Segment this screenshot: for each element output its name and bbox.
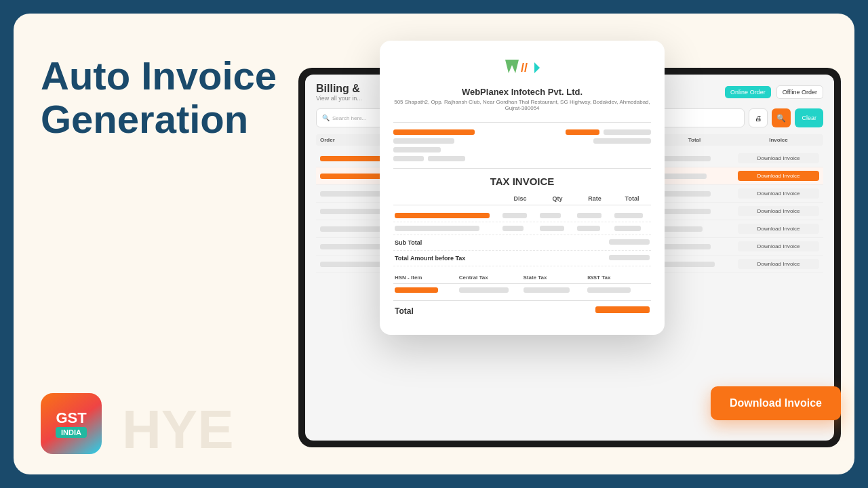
invoice-modal: // WebPlanex Infotech Pvt. Ltd. 505 Shap… bbox=[380, 41, 665, 335]
watermark: HYE bbox=[122, 399, 234, 461]
row-skeleton bbox=[577, 213, 601, 218]
gst-label: GST bbox=[56, 409, 86, 427]
row-skeleton bbox=[540, 213, 561, 218]
billing-skeleton bbox=[593, 138, 651, 144]
row-skeleton bbox=[395, 213, 490, 218]
tax-th-hsn: HSN - Item bbox=[395, 274, 457, 281]
total-row: Total bbox=[393, 300, 651, 321]
tax-th-igst: IGST Tax bbox=[587, 274, 650, 281]
invoice-header: // WebPlanex Infotech Pvt. Ltd. 505 Shap… bbox=[393, 54, 651, 111]
online-order-button[interactable]: Online Order bbox=[725, 86, 771, 98]
row-skeleton bbox=[614, 226, 641, 231]
download-invoice-button[interactable]: Download Invoice bbox=[738, 188, 819, 199]
subtotal-row: Sub Total bbox=[393, 235, 651, 251]
back-title: Billing & bbox=[316, 83, 362, 95]
billing-skeleton bbox=[604, 129, 651, 135]
title-line2: Generation bbox=[41, 97, 248, 141]
company-name: WebPlanex Infotech Pvt. Ltd. bbox=[393, 87, 651, 97]
divider-mid bbox=[393, 168, 651, 169]
search-placeholder: Search here... bbox=[332, 115, 366, 121]
gst-badge: GST INDIA bbox=[41, 393, 102, 454]
total-before-tax-row: Total Amount before Tax bbox=[393, 251, 651, 266]
col-invoice: Invoice bbox=[738, 137, 819, 143]
invoice-rows bbox=[393, 209, 651, 235]
india-label: INDIA bbox=[56, 427, 87, 438]
billing-skeleton bbox=[393, 156, 424, 161]
download-invoice-button[interactable]: Download Invoice bbox=[738, 241, 819, 251]
icon-print: 🖨 bbox=[749, 108, 768, 127]
search-icon: 🔍 bbox=[322, 115, 330, 121]
billing-right bbox=[566, 129, 651, 161]
logo-area: // bbox=[393, 54, 651, 81]
offline-order-button[interactable]: Offline Order bbox=[776, 85, 823, 99]
tax-skeleton bbox=[587, 287, 631, 293]
svg-marker-0 bbox=[505, 60, 519, 73]
left-panel: Auto Invoice Generation bbox=[41, 54, 326, 141]
invoice-table-header: Disc Qty Rate Total bbox=[393, 192, 651, 205]
th-qty: Qty bbox=[540, 195, 575, 202]
company-address: 505 Shapath2, Opp. Rajhansh Club, Near G… bbox=[393, 99, 651, 111]
th-disc: Disc bbox=[502, 195, 538, 202]
invoice-row bbox=[393, 222, 651, 235]
back-header-buttons: Online Order Offline Order bbox=[725, 85, 823, 99]
divider-top bbox=[393, 122, 651, 123]
th-item bbox=[395, 195, 500, 202]
total-before-tax-label: Total Amount before Tax bbox=[395, 255, 465, 262]
billing-skeleton bbox=[393, 147, 441, 152]
svg-marker-2 bbox=[534, 62, 540, 73]
back-subtitle: View all your in... bbox=[316, 95, 362, 102]
svg-text://: // bbox=[521, 61, 528, 75]
tax-th-state: State Tax bbox=[524, 274, 586, 281]
subtotal-label: Sub Total bbox=[395, 239, 422, 246]
company-logo: // bbox=[502, 54, 542, 81]
back-header-left: Billing & View all your in... bbox=[316, 83, 362, 102]
tablet-container: Billing & View all your in... Online Ord… bbox=[298, 27, 854, 474]
row-skeleton bbox=[540, 226, 564, 231]
total-label: Total bbox=[395, 306, 414, 316]
clear-button[interactable]: Clear bbox=[795, 108, 823, 127]
title-line1: Auto Invoice bbox=[41, 54, 277, 98]
search-button[interactable]: 🔍 bbox=[772, 108, 791, 127]
download-invoice-button[interactable]: Download Invoice bbox=[738, 224, 819, 234]
total-before-tax-skeleton bbox=[609, 255, 650, 260]
row-skeleton bbox=[502, 213, 527, 218]
tax-th-central: Central Tax bbox=[459, 274, 521, 281]
download-invoice-button[interactable]: Download Invoice bbox=[738, 206, 819, 216]
download-invoice-button-active[interactable]: Download Invoice bbox=[738, 171, 819, 181]
download-invoice-button[interactable]: Download Invoice bbox=[738, 259, 819, 269]
download-invoice-button[interactable]: Download Invoice bbox=[738, 153, 819, 163]
download-invoice-button-main[interactable]: Download Invoice bbox=[711, 386, 841, 420]
th-rate: Rate bbox=[577, 195, 612, 202]
billing-section bbox=[393, 129, 651, 161]
subtotal-skeleton bbox=[609, 239, 650, 245]
billing-skeleton bbox=[566, 129, 599, 135]
billing-skeleton bbox=[393, 129, 475, 135]
tax-row bbox=[393, 284, 651, 296]
billing-left bbox=[393, 129, 475, 161]
billing-skeleton bbox=[428, 156, 465, 161]
row-skeleton bbox=[614, 213, 643, 218]
billing-skeleton bbox=[393, 138, 454, 144]
row-skeleton bbox=[577, 226, 600, 231]
tax-invoice-title: TAX INVOICE bbox=[393, 176, 651, 187]
invoice-row bbox=[393, 209, 651, 222]
th-total: Total bbox=[614, 195, 650, 202]
row-skeleton bbox=[395, 226, 479, 231]
tax-section: HSN - Item Central Tax State Tax IGST Ta… bbox=[393, 272, 651, 296]
page-title: Auto Invoice Generation bbox=[41, 54, 326, 141]
tax-skeleton bbox=[395, 287, 438, 293]
total-skeleton bbox=[595, 306, 650, 313]
tax-skeleton bbox=[524, 287, 570, 293]
tax-skeleton bbox=[459, 287, 509, 293]
col-total: Total bbox=[654, 137, 735, 143]
tax-header: HSN - Item Central Tax State Tax IGST Ta… bbox=[393, 272, 651, 284]
row-skeleton bbox=[502, 226, 524, 231]
